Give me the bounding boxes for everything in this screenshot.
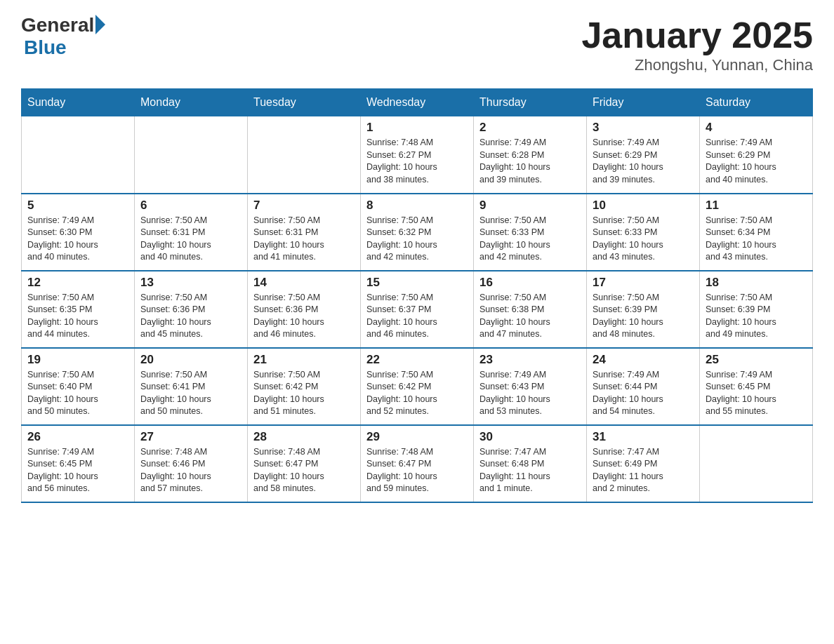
- logo: General Blue: [21, 14, 105, 59]
- day-number: 12: [27, 276, 128, 290]
- day-number: 25: [706, 353, 807, 367]
- calendar-table: SundayMondayTuesdayWednesdayThursdayFrid…: [21, 88, 813, 503]
- calendar-cell: 25Sunrise: 7:49 AM Sunset: 6:45 PM Dayli…: [700, 348, 813, 425]
- header-day-friday: Friday: [587, 89, 700, 116]
- day-number: 1: [366, 121, 468, 135]
- day-number: 16: [479, 276, 581, 290]
- location-title: Zhongshu, Yunnan, China: [581, 56, 813, 74]
- day-number: 14: [253, 276, 355, 290]
- day-number: 17: [593, 276, 694, 290]
- calendar-cell: 8Sunrise: 7:50 AM Sunset: 6:32 PM Daylig…: [361, 194, 474, 271]
- calendar-cell: 28Sunrise: 7:48 AM Sunset: 6:47 PM Dayli…: [248, 425, 361, 502]
- day-info: Sunrise: 7:49 AM Sunset: 6:29 PM Dayligh…: [593, 137, 694, 186]
- calendar-cell: 19Sunrise: 7:50 AM Sunset: 6:40 PM Dayli…: [22, 348, 135, 425]
- day-info: Sunrise: 7:50 AM Sunset: 6:32 PM Dayligh…: [366, 215, 468, 264]
- calendar-cell: 31Sunrise: 7:47 AM Sunset: 6:49 PM Dayli…: [587, 425, 700, 502]
- day-info: Sunrise: 7:50 AM Sunset: 6:31 PM Dayligh…: [253, 215, 355, 264]
- header-row: SundayMondayTuesdayWednesdayThursdayFrid…: [22, 89, 813, 116]
- day-info: Sunrise: 7:50 AM Sunset: 6:33 PM Dayligh…: [479, 215, 581, 264]
- calendar-cell: 27Sunrise: 7:48 AM Sunset: 6:46 PM Dayli…: [135, 425, 248, 502]
- day-info: Sunrise: 7:50 AM Sunset: 6:36 PM Dayligh…: [253, 292, 355, 341]
- day-info: Sunrise: 7:48 AM Sunset: 6:27 PM Dayligh…: [366, 137, 468, 186]
- day-number: 28: [253, 430, 355, 444]
- month-title: January 2025: [581, 14, 813, 56]
- calendar-cell: 20Sunrise: 7:50 AM Sunset: 6:41 PM Dayli…: [135, 348, 248, 425]
- day-number: 11: [706, 199, 807, 213]
- day-info: Sunrise: 7:48 AM Sunset: 6:46 PM Dayligh…: [140, 446, 241, 495]
- page-header: General Blue January 2025 Zhongshu, Yunn…: [21, 14, 813, 74]
- calendar-cell: 17Sunrise: 7:50 AM Sunset: 6:39 PM Dayli…: [587, 271, 700, 348]
- day-number: 9: [479, 199, 581, 213]
- day-number: 29: [366, 430, 468, 444]
- calendar-cell: 22Sunrise: 7:50 AM Sunset: 6:42 PM Dayli…: [361, 348, 474, 425]
- calendar-cell: 24Sunrise: 7:49 AM Sunset: 6:44 PM Dayli…: [587, 348, 700, 425]
- day-number: 21: [253, 353, 355, 367]
- day-info: Sunrise: 7:50 AM Sunset: 6:38 PM Dayligh…: [479, 292, 581, 341]
- day-number: 24: [593, 353, 694, 367]
- title-section: January 2025 Zhongshu, Yunnan, China: [581, 14, 813, 74]
- day-number: 30: [479, 430, 581, 444]
- logo-general: General: [21, 14, 94, 36]
- day-info: Sunrise: 7:49 AM Sunset: 6:30 PM Dayligh…: [27, 215, 128, 264]
- calendar-cell: 6Sunrise: 7:50 AM Sunset: 6:31 PM Daylig…: [135, 194, 248, 271]
- day-number: 2: [479, 121, 581, 135]
- day-info: Sunrise: 7:50 AM Sunset: 6:42 PM Dayligh…: [366, 369, 468, 418]
- calendar-cell: 1Sunrise: 7:48 AM Sunset: 6:27 PM Daylig…: [361, 116, 474, 194]
- day-number: 6: [140, 199, 241, 213]
- day-info: Sunrise: 7:47 AM Sunset: 6:49 PM Dayligh…: [593, 446, 694, 495]
- day-info: Sunrise: 7:50 AM Sunset: 6:39 PM Dayligh…: [593, 292, 694, 341]
- week-row-1: 1Sunrise: 7:48 AM Sunset: 6:27 PM Daylig…: [22, 116, 813, 194]
- day-info: Sunrise: 7:48 AM Sunset: 6:47 PM Dayligh…: [366, 446, 468, 495]
- day-info: Sunrise: 7:49 AM Sunset: 6:45 PM Dayligh…: [706, 369, 807, 418]
- calendar-cell: 14Sunrise: 7:50 AM Sunset: 6:36 PM Dayli…: [248, 271, 361, 348]
- calendar-cell: 4Sunrise: 7:49 AM Sunset: 6:29 PM Daylig…: [700, 116, 813, 194]
- day-info: Sunrise: 7:50 AM Sunset: 6:37 PM Dayligh…: [366, 292, 468, 341]
- calendar-cell: 10Sunrise: 7:50 AM Sunset: 6:33 PM Dayli…: [587, 194, 700, 271]
- calendar-header: SundayMondayTuesdayWednesdayThursdayFrid…: [22, 89, 813, 116]
- day-info: Sunrise: 7:50 AM Sunset: 6:33 PM Dayligh…: [593, 215, 694, 264]
- week-row-4: 19Sunrise: 7:50 AM Sunset: 6:40 PM Dayli…: [22, 348, 813, 425]
- calendar-cell: [22, 116, 135, 194]
- calendar-cell: [248, 116, 361, 194]
- day-info: Sunrise: 7:50 AM Sunset: 6:36 PM Dayligh…: [140, 292, 241, 341]
- day-number: 31: [593, 430, 694, 444]
- calendar-cell: 2Sunrise: 7:49 AM Sunset: 6:28 PM Daylig…: [474, 116, 587, 194]
- week-row-2: 5Sunrise: 7:49 AM Sunset: 6:30 PM Daylig…: [22, 194, 813, 271]
- day-info: Sunrise: 7:50 AM Sunset: 6:31 PM Dayligh…: [140, 215, 241, 264]
- header-day-wednesday: Wednesday: [361, 89, 474, 116]
- calendar-cell: 3Sunrise: 7:49 AM Sunset: 6:29 PM Daylig…: [587, 116, 700, 194]
- header-day-tuesday: Tuesday: [248, 89, 361, 116]
- day-number: 27: [140, 430, 241, 444]
- day-info: Sunrise: 7:49 AM Sunset: 6:45 PM Dayligh…: [27, 446, 128, 495]
- calendar-cell: [700, 425, 813, 502]
- day-number: 15: [366, 276, 468, 290]
- calendar-cell: 26Sunrise: 7:49 AM Sunset: 6:45 PM Dayli…: [22, 425, 135, 502]
- day-number: 7: [253, 199, 355, 213]
- day-number: 23: [479, 353, 581, 367]
- day-info: Sunrise: 7:50 AM Sunset: 6:34 PM Dayligh…: [706, 215, 807, 264]
- calendar-cell: 30Sunrise: 7:47 AM Sunset: 6:48 PM Dayli…: [474, 425, 587, 502]
- day-number: 18: [706, 276, 807, 290]
- calendar-cell: 16Sunrise: 7:50 AM Sunset: 6:38 PM Dayli…: [474, 271, 587, 348]
- calendar-cell: 18Sunrise: 7:50 AM Sunset: 6:39 PM Dayli…: [700, 271, 813, 348]
- day-info: Sunrise: 7:50 AM Sunset: 6:41 PM Dayligh…: [140, 369, 241, 418]
- calendar-cell: 5Sunrise: 7:49 AM Sunset: 6:30 PM Daylig…: [22, 194, 135, 271]
- calendar-cell: 29Sunrise: 7:48 AM Sunset: 6:47 PM Dayli…: [361, 425, 474, 502]
- day-info: Sunrise: 7:49 AM Sunset: 6:29 PM Dayligh…: [706, 137, 807, 186]
- calendar-cell: [135, 116, 248, 194]
- day-number: 10: [593, 199, 694, 213]
- day-number: 4: [706, 121, 807, 135]
- day-number: 5: [27, 199, 128, 213]
- header-day-thursday: Thursday: [474, 89, 587, 116]
- day-number: 8: [366, 199, 468, 213]
- header-day-saturday: Saturday: [700, 89, 813, 116]
- calendar-cell: 12Sunrise: 7:50 AM Sunset: 6:35 PM Dayli…: [22, 271, 135, 348]
- calendar-body: 1Sunrise: 7:48 AM Sunset: 6:27 PM Daylig…: [22, 116, 813, 502]
- calendar-cell: 23Sunrise: 7:49 AM Sunset: 6:43 PM Dayli…: [474, 348, 587, 425]
- day-number: 13: [140, 276, 241, 290]
- calendar-cell: 9Sunrise: 7:50 AM Sunset: 6:33 PM Daylig…: [474, 194, 587, 271]
- day-number: 22: [366, 353, 468, 367]
- day-info: Sunrise: 7:49 AM Sunset: 6:44 PM Dayligh…: [593, 369, 694, 418]
- week-row-5: 26Sunrise: 7:49 AM Sunset: 6:45 PM Dayli…: [22, 425, 813, 502]
- day-number: 26: [27, 430, 128, 444]
